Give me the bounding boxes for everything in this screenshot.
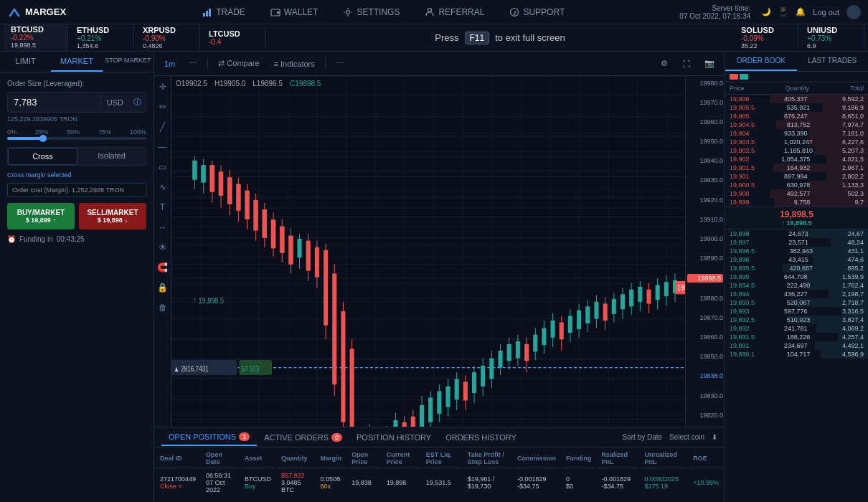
- svg-rect-64: [315, 247, 319, 278]
- ticker-xrpusd[interactable]: XRPUSD -0.90% 0.4826: [136, 24, 200, 52]
- col-est-liq: EST Liq. Price: [422, 449, 462, 468]
- tf-1m[interactable]: 1m: [160, 57, 179, 70]
- order-size-label: Order Size (Leveraged):: [7, 80, 84, 87]
- order-size-input[interactable]: [8, 93, 100, 112]
- svg-rect-38: [202, 166, 206, 183]
- trash-icon[interactable]: 🗑: [156, 300, 170, 315]
- settings-chart-icon[interactable]: ⚙: [656, 57, 672, 70]
- sort-by-date[interactable]: Sort by Date: [622, 433, 662, 441]
- table-row: 2721700449 Close × 06:56:31 07 Oct 2022 …: [156, 470, 723, 496]
- fullscreen-icon[interactable]: ⛶: [678, 57, 694, 70]
- ticker-xrpusd-change: -0.90%: [143, 34, 192, 42]
- nav-trade[interactable]: TRADE: [192, 4, 256, 21]
- eye-icon[interactable]: 👁: [156, 240, 170, 255]
- svg-rect-108: [507, 344, 511, 361]
- ticker-uniusd[interactable]: UNIUSD +0.73% 6.9: [800, 24, 864, 52]
- trendline-icon[interactable]: ╱: [156, 120, 170, 134]
- screenshot-icon[interactable]: 📷: [700, 57, 719, 70]
- ticker-uniusd-symbol: UNIUSD: [807, 26, 857, 34]
- isolated-tab[interactable]: Isolated: [77, 148, 146, 165]
- svg-rect-110: [516, 341, 520, 359]
- buy-price: $ 19,899 ↑: [10, 217, 72, 224]
- select-coin[interactable]: Select coin: [669, 433, 704, 441]
- svg-rect-130: [603, 303, 608, 321]
- ob-header: Price Quantity Total: [725, 82, 868, 95]
- ticker-solusd-symbol: SOLUSD: [741, 26, 791, 34]
- col-tp-sl: Take Profit / Stop Loss: [463, 449, 511, 468]
- rect-icon[interactable]: ▭: [156, 160, 170, 174]
- ticker-bar: BTCUSD -0.22% 19,898.5 ETHUSD +0.21% 1,3…: [0, 24, 868, 52]
- ticker-ltcusd[interactable]: LTCUSD -0.4: [202, 27, 266, 49]
- limit-tab[interactable]: LIMIT: [0, 52, 51, 72]
- position-history-tab[interactable]: POSITION HISTORY: [349, 430, 438, 445]
- open-positions-tab[interactable]: OPEN POSITIONS 1: [161, 429, 257, 446]
- svg-point-10: [514, 14, 515, 15]
- close-position-button[interactable]: Close ×: [160, 483, 196, 490]
- col-commission: Commission: [513, 449, 560, 468]
- ticker-ethusd[interactable]: ETHUSD +0.21% 1,354.6: [70, 24, 134, 52]
- deal-id: 2721700449 Close ×: [156, 470, 200, 496]
- active-orders-tab[interactable]: ACTIVE ORDERS 0: [257, 430, 349, 445]
- highlight-price: 19898.5: [687, 274, 723, 283]
- svg-rect-144: [664, 282, 669, 296]
- candlestick-chart: ▲ 2816.7431 57 923: [171, 76, 725, 480]
- svg-rect-128: [594, 302, 598, 319]
- tf-options[interactable]: ⋯: [185, 57, 202, 70]
- text-icon[interactable]: T: [156, 200, 170, 214]
- draw-icon[interactable]: ✏: [156, 100, 170, 114]
- svg-rect-42: [219, 172, 223, 196]
- cross-tab[interactable]: Cross: [8, 148, 77, 165]
- mobile-icon[interactable]: 📱: [778, 7, 788, 16]
- slider-container[interactable]: [7, 137, 146, 140]
- price-labels: 19980.0 19970.0 19960.0 19950.0 19940.0 …: [685, 76, 725, 480]
- nav-support[interactable]: SUPPORT: [499, 4, 575, 21]
- more-btn[interactable]: ⋯: [331, 57, 348, 70]
- svg-rect-46: [236, 184, 240, 211]
- nav-settings[interactable]: SETTINGS: [332, 4, 410, 21]
- sell-button[interactable]: SELL/MARKET $ 19,898 ↓: [79, 203, 146, 229]
- sell-price: $ 19,898 ↓: [82, 217, 143, 224]
- order-book-tab[interactable]: ORDER BOOK: [725, 52, 797, 71]
- support-icon: [509, 7, 519, 17]
- magnet-icon[interactable]: 🧲: [156, 260, 170, 275]
- compare-btn[interactable]: ⇄ Compare: [214, 57, 263, 70]
- ruler-icon[interactable]: ↔: [156, 220, 170, 235]
- mode-tabs: Cross Isolated: [7, 147, 146, 166]
- last-trades-tab[interactable]: LAST TRADES: [797, 52, 869, 71]
- unrealized-pnl-val: 0.00922025 $175.19: [640, 470, 687, 496]
- col-margin: Margin: [316, 449, 346, 468]
- indicators-btn[interactable]: ≡ Indicators: [270, 57, 319, 70]
- svg-rect-142: [656, 285, 660, 300]
- svg-rect-68: [332, 273, 336, 384]
- svg-rect-126: [585, 306, 590, 323]
- sell-indicator: [730, 74, 738, 80]
- buy-button[interactable]: BUY/MARKET $ 19,899 ↑: [7, 203, 75, 229]
- ohlc-o: O19902.5: [176, 80, 207, 87]
- buy-label: BUY/MARKET: [10, 209, 72, 217]
- orders-history-tab[interactable]: ORDERS HISTORY: [438, 430, 524, 445]
- hline-icon[interactable]: —: [156, 140, 170, 154]
- stop-market-tab[interactable]: STOP MARKET: [103, 52, 154, 72]
- logout-button[interactable]: Log out: [813, 8, 839, 16]
- order-cost: Order cost (Margin): 1,252.2928 TRON: [7, 183, 146, 197]
- order-book-panel: ORDER BOOK LAST TRADES Price Quantity To…: [725, 52, 868, 502]
- info-icon[interactable]: ⓘ: [129, 93, 146, 112]
- theme-icon[interactable]: 🌙: [761, 7, 771, 16]
- nav-wallet[interactable]: WALLET: [260, 4, 329, 21]
- lock-icon[interactable]: 🔒: [156, 280, 170, 295]
- nav-referral[interactable]: REFERRAL: [414, 4, 495, 21]
- margin: 0.0508 60x: [316, 470, 346, 496]
- fib-icon[interactable]: ∿: [156, 180, 170, 194]
- export-icon[interactable]: ⬇: [712, 433, 717, 441]
- ticker-ltcusd-symbol: LTCUSD: [209, 29, 258, 38]
- crosshair-icon[interactable]: ✛: [156, 80, 170, 94]
- bell-icon[interactable]: 🔔: [796, 7, 806, 16]
- fullscreen-message: Press F11 to exit full screen: [268, 32, 732, 44]
- ticker-btcusd[interactable]: BTCUSD -0.22% 19,898.5: [4, 24, 68, 52]
- server-time: Server time: 07 Oct 2022, 07:16:34: [679, 4, 750, 20]
- market-tab[interactable]: MARKET: [51, 52, 102, 72]
- ticker-solusd[interactable]: SOLUSD -0.09% 35.22: [734, 24, 798, 52]
- order-size-label-row: Order Size (Leveraged):: [7, 80, 146, 87]
- order-size-input-row: USD ⓘ: [7, 92, 146, 113]
- col-unrealized-pnl: Unrealized PnL: [640, 449, 687, 468]
